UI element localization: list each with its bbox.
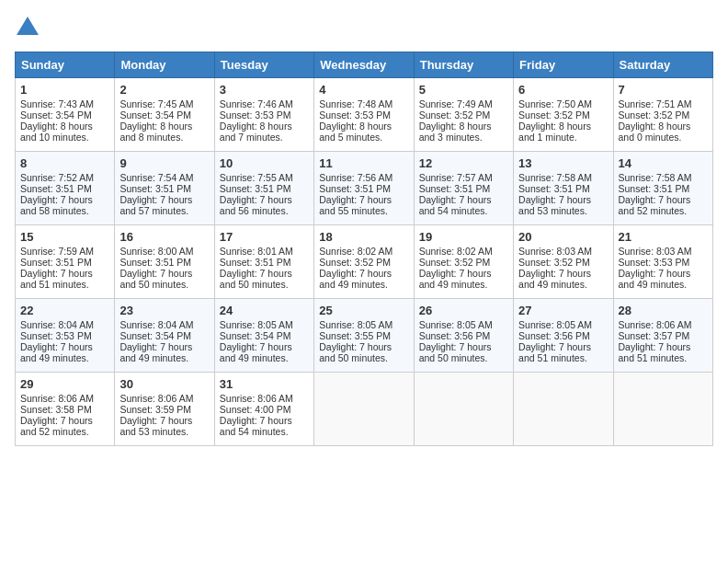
sunrise-text: Sunrise: 8:01 AM bbox=[220, 246, 293, 257]
weekday-header-sunday: Sunday bbox=[16, 52, 115, 78]
sunset-text: Sunset: 3:53 PM bbox=[619, 257, 690, 268]
day-number: 7 bbox=[619, 83, 708, 97]
daylight-text: Daylight: 7 hours and 54 minutes. bbox=[419, 194, 492, 216]
calendar-week-2: 8Sunrise: 7:52 AMSunset: 3:51 PMDaylight… bbox=[16, 152, 713, 225]
sunset-text: Sunset: 3:53 PM bbox=[220, 109, 291, 121]
sunset-text: Sunset: 3:54 PM bbox=[119, 330, 191, 341]
sunset-text: Sunset: 3:51 PM bbox=[20, 257, 92, 268]
sunset-text: Sunset: 3:54 PM bbox=[220, 330, 291, 341]
daylight-text: Daylight: 8 hours and 1 minute. bbox=[518, 121, 591, 143]
daylight-text: Daylight: 7 hours and 54 minutes. bbox=[220, 415, 292, 437]
sunset-text: Sunset: 3:58 PM bbox=[20, 404, 92, 415]
day-number: 5 bbox=[419, 83, 508, 97]
sunrise-text: Sunrise: 8:05 AM bbox=[319, 319, 392, 330]
calendar-cell: 2Sunrise: 7:45 AMSunset: 3:54 PMDaylight… bbox=[115, 78, 214, 152]
daylight-text: Daylight: 8 hours and 3 minutes. bbox=[419, 121, 492, 143]
daylight-text: Daylight: 7 hours and 57 minutes. bbox=[119, 194, 192, 216]
daylight-text: Daylight: 7 hours and 52 minutes. bbox=[619, 194, 691, 216]
day-number: 20 bbox=[518, 230, 608, 244]
calendar-cell: 4Sunrise: 7:48 AMSunset: 3:53 PMDaylight… bbox=[314, 78, 414, 152]
sunrise-text: Sunrise: 7:50 AM bbox=[518, 98, 592, 109]
sunrise-text: Sunrise: 8:02 AM bbox=[319, 246, 392, 257]
logo-icon bbox=[15, 15, 40, 40]
daylight-text: Daylight: 7 hours and 56 minutes. bbox=[220, 194, 292, 216]
calendar-cell: 10Sunrise: 7:55 AMSunset: 3:51 PMDayligh… bbox=[214, 152, 313, 225]
daylight-text: Daylight: 7 hours and 49 minutes. bbox=[619, 268, 691, 290]
calendar-cell: 16Sunrise: 8:00 AMSunset: 3:51 PMDayligh… bbox=[115, 225, 214, 299]
weekday-header-wednesday: Wednesday bbox=[314, 52, 414, 78]
calendar-week-1: 1Sunrise: 7:43 AMSunset: 3:54 PMDaylight… bbox=[16, 78, 713, 152]
daylight-text: Daylight: 7 hours and 53 minutes. bbox=[119, 415, 192, 437]
sunset-text: Sunset: 3:51 PM bbox=[518, 183, 590, 194]
day-number: 18 bbox=[319, 230, 408, 244]
sunset-text: Sunset: 3:52 PM bbox=[419, 109, 491, 121]
sunrise-text: Sunrise: 7:49 AM bbox=[419, 98, 493, 109]
weekday-header-monday: Monday bbox=[115, 52, 214, 78]
calendar-cell: 20Sunrise: 8:03 AMSunset: 3:52 PMDayligh… bbox=[514, 225, 613, 299]
daylight-text: Daylight: 8 hours and 8 minutes. bbox=[119, 121, 192, 143]
calendar-cell: 3Sunrise: 7:46 AMSunset: 3:53 PMDaylight… bbox=[214, 78, 313, 152]
sunset-text: Sunset: 3:51 PM bbox=[20, 183, 92, 194]
day-number: 3 bbox=[220, 83, 309, 97]
calendar-cell: 27Sunrise: 8:05 AMSunset: 3:56 PMDayligh… bbox=[514, 299, 613, 373]
calendar-cell: 26Sunrise: 8:05 AMSunset: 3:56 PMDayligh… bbox=[414, 299, 513, 373]
daylight-text: Daylight: 7 hours and 50 minutes. bbox=[119, 268, 192, 290]
weekday-header-row: SundayMondayTuesdayWednesdayThursdayFrid… bbox=[16, 52, 713, 78]
daylight-text: Daylight: 7 hours and 51 minutes. bbox=[619, 341, 691, 363]
sunset-text: Sunset: 3:51 PM bbox=[319, 183, 391, 194]
sunrise-text: Sunrise: 8:05 AM bbox=[518, 319, 592, 330]
sunrise-text: Sunrise: 7:51 AM bbox=[619, 98, 692, 109]
sunset-text: Sunset: 3:56 PM bbox=[419, 330, 491, 341]
calendar-cell: 29Sunrise: 8:06 AMSunset: 3:58 PMDayligh… bbox=[16, 373, 115, 446]
calendar-cell: 11Sunrise: 7:56 AMSunset: 3:51 PMDayligh… bbox=[314, 152, 414, 225]
daylight-text: Daylight: 7 hours and 49 minutes. bbox=[319, 268, 392, 290]
day-number: 8 bbox=[20, 156, 109, 170]
calendar-cell bbox=[414, 373, 513, 446]
sunrise-text: Sunrise: 8:03 AM bbox=[619, 246, 692, 257]
sunrise-text: Sunrise: 7:59 AM bbox=[20, 246, 94, 257]
daylight-text: Daylight: 7 hours and 58 minutes. bbox=[20, 194, 93, 216]
sunset-text: Sunset: 3:52 PM bbox=[419, 257, 491, 268]
calendar-table: SundayMondayTuesdayWednesdayThursdayFrid… bbox=[15, 52, 713, 446]
sunset-text: Sunset: 3:52 PM bbox=[518, 109, 590, 121]
daylight-text: Daylight: 7 hours and 49 minutes. bbox=[20, 341, 93, 363]
weekday-header-friday: Friday bbox=[514, 52, 613, 78]
day-number: 28 bbox=[619, 304, 708, 317]
sunset-text: Sunset: 3:51 PM bbox=[119, 183, 191, 194]
sunrise-text: Sunrise: 7:56 AM bbox=[319, 172, 392, 183]
calendar-cell: 8Sunrise: 7:52 AMSunset: 3:51 PMDaylight… bbox=[16, 152, 115, 225]
sunrise-text: Sunrise: 7:55 AM bbox=[220, 172, 293, 183]
day-number: 12 bbox=[419, 156, 508, 170]
sunrise-text: Sunrise: 7:43 AM bbox=[20, 98, 94, 109]
daylight-text: Daylight: 7 hours and 49 minutes. bbox=[518, 268, 591, 290]
weekday-header-tuesday: Tuesday bbox=[214, 52, 313, 78]
sunset-text: Sunset: 3:52 PM bbox=[319, 257, 391, 268]
sunset-text: Sunset: 3:55 PM bbox=[319, 330, 391, 341]
daylight-text: Daylight: 8 hours and 0 minutes. bbox=[619, 121, 691, 143]
sunrise-text: Sunrise: 7:46 AM bbox=[220, 98, 293, 109]
calendar-cell: 22Sunrise: 8:04 AMSunset: 3:53 PMDayligh… bbox=[16, 299, 115, 373]
sunset-text: Sunset: 4:00 PM bbox=[220, 404, 291, 415]
day-number: 1 bbox=[20, 83, 109, 97]
day-number: 2 bbox=[119, 83, 209, 97]
svg-rect-1 bbox=[24, 28, 31, 35]
sunset-text: Sunset: 3:51 PM bbox=[419, 183, 491, 194]
sunrise-text: Sunrise: 7:58 AM bbox=[518, 172, 592, 183]
day-number: 10 bbox=[220, 156, 309, 170]
calendar-cell bbox=[514, 373, 613, 446]
calendar-cell: 1Sunrise: 7:43 AMSunset: 3:54 PMDaylight… bbox=[16, 78, 115, 152]
daylight-text: Daylight: 7 hours and 50 minutes. bbox=[419, 341, 492, 363]
header bbox=[15, 15, 713, 40]
sunset-text: Sunset: 3:51 PM bbox=[220, 183, 291, 194]
calendar-week-3: 15Sunrise: 7:59 AMSunset: 3:51 PMDayligh… bbox=[16, 225, 713, 299]
sunrise-text: Sunrise: 8:05 AM bbox=[419, 319, 493, 330]
day-number: 17 bbox=[220, 230, 309, 244]
sunrise-text: Sunrise: 8:02 AM bbox=[419, 246, 493, 257]
sunrise-text: Sunrise: 7:45 AM bbox=[119, 98, 193, 109]
day-number: 25 bbox=[319, 304, 408, 317]
daylight-text: Daylight: 7 hours and 49 minutes. bbox=[419, 268, 492, 290]
sunset-text: Sunset: 3:51 PM bbox=[119, 257, 191, 268]
day-number: 4 bbox=[319, 83, 408, 97]
calendar-cell: 30Sunrise: 8:06 AMSunset: 3:59 PMDayligh… bbox=[115, 373, 214, 446]
sunset-text: Sunset: 3:56 PM bbox=[518, 330, 590, 341]
